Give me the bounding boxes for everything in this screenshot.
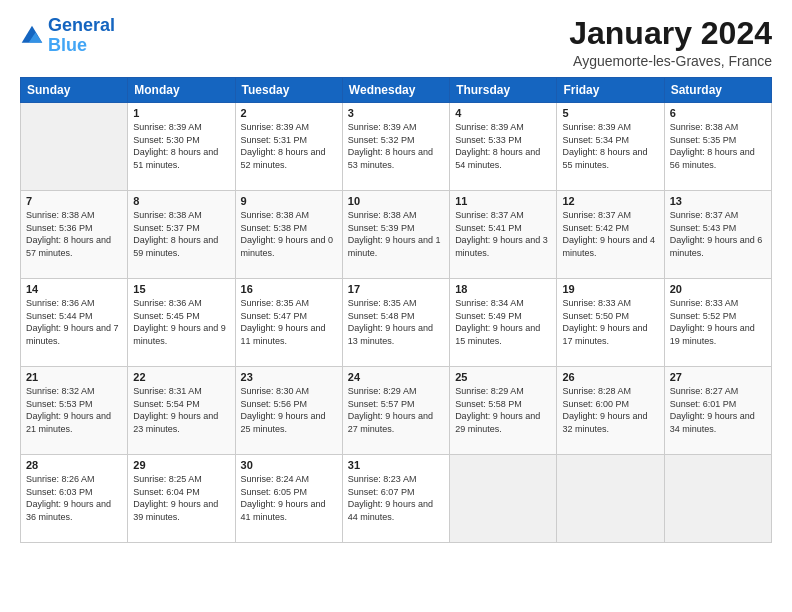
logo-text: General Blue [48, 16, 115, 56]
day-number: 6 [670, 107, 766, 119]
calendar-cell: 12Sunrise: 8:37 AMSunset: 5:42 PMDayligh… [557, 191, 664, 279]
calendar-cell: 7Sunrise: 8:38 AMSunset: 5:36 PMDaylight… [21, 191, 128, 279]
calendar-cell: 4Sunrise: 8:39 AMSunset: 5:33 PMDaylight… [450, 103, 557, 191]
day-info: Sunrise: 8:23 AMSunset: 6:07 PMDaylight:… [348, 473, 444, 523]
calendar-cell: 27Sunrise: 8:27 AMSunset: 6:01 PMDayligh… [664, 367, 771, 455]
calendar-cell: 14Sunrise: 8:36 AMSunset: 5:44 PMDayligh… [21, 279, 128, 367]
day-info: Sunrise: 8:39 AMSunset: 5:31 PMDaylight:… [241, 121, 337, 171]
day-info: Sunrise: 8:36 AMSunset: 5:44 PMDaylight:… [26, 297, 122, 347]
calendar-cell: 21Sunrise: 8:32 AMSunset: 5:53 PMDayligh… [21, 367, 128, 455]
col-monday: Monday [128, 78, 235, 103]
calendar-cell: 6Sunrise: 8:38 AMSunset: 5:35 PMDaylight… [664, 103, 771, 191]
day-info: Sunrise: 8:38 AMSunset: 5:35 PMDaylight:… [670, 121, 766, 171]
day-number: 22 [133, 371, 229, 383]
calendar-cell: 11Sunrise: 8:37 AMSunset: 5:41 PMDayligh… [450, 191, 557, 279]
day-number: 30 [241, 459, 337, 471]
day-info: Sunrise: 8:38 AMSunset: 5:39 PMDaylight:… [348, 209, 444, 259]
day-number: 19 [562, 283, 658, 295]
calendar-cell: 5Sunrise: 8:39 AMSunset: 5:34 PMDaylight… [557, 103, 664, 191]
day-number: 13 [670, 195, 766, 207]
day-number: 24 [348, 371, 444, 383]
calendar-cell [664, 455, 771, 543]
day-info: Sunrise: 8:37 AMSunset: 5:41 PMDaylight:… [455, 209, 551, 259]
day-number: 23 [241, 371, 337, 383]
calendar-cell: 17Sunrise: 8:35 AMSunset: 5:48 PMDayligh… [342, 279, 449, 367]
day-info: Sunrise: 8:26 AMSunset: 6:03 PMDaylight:… [26, 473, 122, 523]
day-number: 2 [241, 107, 337, 119]
day-info: Sunrise: 8:33 AMSunset: 5:52 PMDaylight:… [670, 297, 766, 347]
day-info: Sunrise: 8:38 AMSunset: 5:36 PMDaylight:… [26, 209, 122, 259]
day-number: 29 [133, 459, 229, 471]
day-info: Sunrise: 8:28 AMSunset: 6:00 PMDaylight:… [562, 385, 658, 435]
day-number: 20 [670, 283, 766, 295]
calendar-cell: 3Sunrise: 8:39 AMSunset: 5:32 PMDaylight… [342, 103, 449, 191]
day-info: Sunrise: 8:39 AMSunset: 5:34 PMDaylight:… [562, 121, 658, 171]
day-number: 4 [455, 107, 551, 119]
calendar-cell [21, 103, 128, 191]
day-info: Sunrise: 8:29 AMSunset: 5:58 PMDaylight:… [455, 385, 551, 435]
day-number: 27 [670, 371, 766, 383]
day-number: 1 [133, 107, 229, 119]
day-info: Sunrise: 8:35 AMSunset: 5:48 PMDaylight:… [348, 297, 444, 347]
day-info: Sunrise: 8:31 AMSunset: 5:54 PMDaylight:… [133, 385, 229, 435]
day-info: Sunrise: 8:24 AMSunset: 6:05 PMDaylight:… [241, 473, 337, 523]
calendar-cell: 31Sunrise: 8:23 AMSunset: 6:07 PMDayligh… [342, 455, 449, 543]
calendar-cell [450, 455, 557, 543]
header: General Blue January 2024 Ayguemorte-les… [20, 16, 772, 69]
calendar-cell: 16Sunrise: 8:35 AMSunset: 5:47 PMDayligh… [235, 279, 342, 367]
day-number: 31 [348, 459, 444, 471]
calendar-cell: 15Sunrise: 8:36 AMSunset: 5:45 PMDayligh… [128, 279, 235, 367]
day-number: 5 [562, 107, 658, 119]
title-section: January 2024 Ayguemorte-les-Graves, Fran… [569, 16, 772, 69]
day-number: 10 [348, 195, 444, 207]
day-info: Sunrise: 8:39 AMSunset: 5:32 PMDaylight:… [348, 121, 444, 171]
day-info: Sunrise: 8:35 AMSunset: 5:47 PMDaylight:… [241, 297, 337, 347]
day-info: Sunrise: 8:32 AMSunset: 5:53 PMDaylight:… [26, 385, 122, 435]
day-number: 7 [26, 195, 122, 207]
calendar-cell: 2Sunrise: 8:39 AMSunset: 5:31 PMDaylight… [235, 103, 342, 191]
logo-icon [20, 24, 44, 48]
day-number: 14 [26, 283, 122, 295]
day-number: 12 [562, 195, 658, 207]
calendar-cell: 24Sunrise: 8:29 AMSunset: 5:57 PMDayligh… [342, 367, 449, 455]
calendar-week-0: 1Sunrise: 8:39 AMSunset: 5:30 PMDaylight… [21, 103, 772, 191]
day-info: Sunrise: 8:39 AMSunset: 5:30 PMDaylight:… [133, 121, 229, 171]
day-number: 25 [455, 371, 551, 383]
calendar-cell: 1Sunrise: 8:39 AMSunset: 5:30 PMDaylight… [128, 103, 235, 191]
calendar-cell: 29Sunrise: 8:25 AMSunset: 6:04 PMDayligh… [128, 455, 235, 543]
calendar-cell: 18Sunrise: 8:34 AMSunset: 5:49 PMDayligh… [450, 279, 557, 367]
day-info: Sunrise: 8:38 AMSunset: 5:37 PMDaylight:… [133, 209, 229, 259]
calendar-cell: 23Sunrise: 8:30 AMSunset: 5:56 PMDayligh… [235, 367, 342, 455]
calendar-week-3: 21Sunrise: 8:32 AMSunset: 5:53 PMDayligh… [21, 367, 772, 455]
col-friday: Friday [557, 78, 664, 103]
location: Ayguemorte-les-Graves, France [569, 53, 772, 69]
calendar-cell: 19Sunrise: 8:33 AMSunset: 5:50 PMDayligh… [557, 279, 664, 367]
calendar-cell: 25Sunrise: 8:29 AMSunset: 5:58 PMDayligh… [450, 367, 557, 455]
day-number: 18 [455, 283, 551, 295]
calendar-week-1: 7Sunrise: 8:38 AMSunset: 5:36 PMDaylight… [21, 191, 772, 279]
day-info: Sunrise: 8:38 AMSunset: 5:38 PMDaylight:… [241, 209, 337, 259]
calendar-table: Sunday Monday Tuesday Wednesday Thursday… [20, 77, 772, 543]
day-number: 17 [348, 283, 444, 295]
calendar-cell: 8Sunrise: 8:38 AMSunset: 5:37 PMDaylight… [128, 191, 235, 279]
day-number: 28 [26, 459, 122, 471]
col-sunday: Sunday [21, 78, 128, 103]
day-info: Sunrise: 8:33 AMSunset: 5:50 PMDaylight:… [562, 297, 658, 347]
day-info: Sunrise: 8:30 AMSunset: 5:56 PMDaylight:… [241, 385, 337, 435]
calendar-cell: 30Sunrise: 8:24 AMSunset: 6:05 PMDayligh… [235, 455, 342, 543]
calendar-cell: 26Sunrise: 8:28 AMSunset: 6:00 PMDayligh… [557, 367, 664, 455]
day-info: Sunrise: 8:34 AMSunset: 5:49 PMDaylight:… [455, 297, 551, 347]
header-row: Sunday Monday Tuesday Wednesday Thursday… [21, 78, 772, 103]
day-number: 11 [455, 195, 551, 207]
col-wednesday: Wednesday [342, 78, 449, 103]
calendar-cell: 28Sunrise: 8:26 AMSunset: 6:03 PMDayligh… [21, 455, 128, 543]
day-number: 26 [562, 371, 658, 383]
day-info: Sunrise: 8:25 AMSunset: 6:04 PMDaylight:… [133, 473, 229, 523]
calendar-week-4: 28Sunrise: 8:26 AMSunset: 6:03 PMDayligh… [21, 455, 772, 543]
day-info: Sunrise: 8:37 AMSunset: 5:42 PMDaylight:… [562, 209, 658, 259]
day-number: 16 [241, 283, 337, 295]
day-info: Sunrise: 8:36 AMSunset: 5:45 PMDaylight:… [133, 297, 229, 347]
day-info: Sunrise: 8:27 AMSunset: 6:01 PMDaylight:… [670, 385, 766, 435]
day-number: 15 [133, 283, 229, 295]
logo: General Blue [20, 16, 115, 56]
